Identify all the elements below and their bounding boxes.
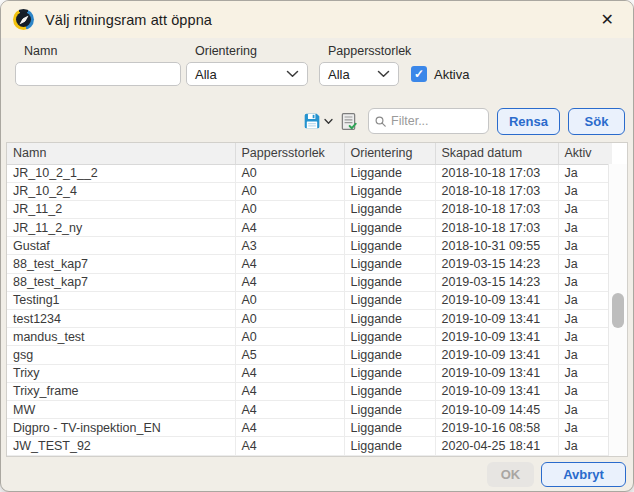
table-cell: Liggande bbox=[344, 364, 435, 382]
app-logo-icon bbox=[13, 9, 34, 30]
table-cell: 2018-10-18 17:03 bbox=[435, 164, 558, 182]
table-row[interactable]: JR_10_2_1__2A0Liggande2018-10-18 17:03Ja bbox=[7, 164, 612, 182]
column-header[interactable]: Skapad datum bbox=[435, 143, 558, 164]
filter-form: Namn Orientering Alla Pappersstorlek All… bbox=[1, 38, 633, 86]
table-cell: A4 bbox=[235, 419, 344, 437]
table-cell: 2018-10-18 17:03 bbox=[435, 200, 558, 218]
close-icon[interactable]: ✕ bbox=[596, 8, 619, 32]
column-header[interactable]: Orientering bbox=[344, 143, 435, 164]
clear-button[interactable]: Rensa bbox=[497, 108, 560, 135]
table-cell: Ja bbox=[558, 273, 612, 291]
table-cell: test1234 bbox=[7, 310, 235, 328]
column-header[interactable]: Namn bbox=[7, 143, 235, 164]
table-row[interactable]: Testing1A0Liggande2019-10-09 13:41Ja bbox=[7, 291, 612, 309]
table-cell: 2019-10-09 13:41 bbox=[435, 364, 558, 382]
table-cell: JR_11_2_ny bbox=[7, 219, 235, 237]
table-cell: Ja bbox=[558, 419, 612, 437]
filter-input-box bbox=[368, 108, 489, 134]
table-cell: 88_test_kap7 bbox=[7, 273, 235, 291]
table-cell: 2018-10-18 17:03 bbox=[435, 219, 558, 237]
toolbar: Rensa Sök bbox=[1, 107, 633, 135]
table-cell: A0 bbox=[235, 310, 344, 328]
cancel-button[interactable]: Avbryt bbox=[541, 462, 626, 487]
active-checkbox[interactable]: ✓ bbox=[411, 66, 427, 82]
table-cell: A5 bbox=[235, 346, 344, 364]
report-icon[interactable] bbox=[339, 112, 358, 131]
table-row[interactable]: MWA4Liggande2019-10-09 14:45Ja bbox=[7, 400, 612, 418]
table-row[interactable]: GustafA3Liggande2018-10-31 09:55Ja bbox=[7, 237, 612, 255]
orientation-label: Orientering bbox=[186, 44, 308, 62]
results-table: NamnPappersstorlekOrienteringSkapad datu… bbox=[6, 142, 628, 457]
table-row[interactable]: JR_10_2_4A0Liggande2018-10-18 17:03Ja bbox=[7, 182, 612, 200]
column-header[interactable]: Pappersstorlek bbox=[235, 143, 344, 164]
select-drawing-frame-dialog: Välj ritningsram att öppna ✕ Namn Orient… bbox=[0, 0, 634, 492]
table-cell: Liggande bbox=[344, 273, 435, 291]
table-cell: Ja bbox=[558, 237, 612, 255]
table-row[interactable]: 88_test_kap7A4Liggande2019-03-15 14:23Ja bbox=[7, 255, 612, 273]
table-cell: 2018-10-18 17:03 bbox=[435, 182, 558, 200]
table-cell: Liggande bbox=[344, 237, 435, 255]
table-cell: Ja bbox=[558, 437, 612, 455]
table-cell: Liggande bbox=[344, 200, 435, 218]
table-cell: Liggande bbox=[344, 382, 435, 400]
name-input[interactable] bbox=[15, 62, 181, 86]
table-cell: Ja bbox=[558, 200, 612, 218]
table-cell: A4 bbox=[235, 255, 344, 273]
search-button[interactable]: Sök bbox=[568, 108, 625, 135]
table-cell: JR_11_2 bbox=[7, 200, 235, 218]
table-cell: A0 bbox=[235, 182, 344, 200]
table-row[interactable]: JR_11_2_nyA4Liggande2018-10-18 17:03Ja bbox=[7, 219, 612, 237]
table-cell: A0 bbox=[235, 328, 344, 346]
table-row[interactable]: JR_11_2A0Liggande2018-10-18 17:03Ja bbox=[7, 200, 612, 218]
table-cell: mandus_test bbox=[7, 328, 235, 346]
chevron-down-icon bbox=[324, 118, 333, 125]
table-cell: A4 bbox=[235, 219, 344, 237]
table-cell: Trixy_frame bbox=[7, 382, 235, 400]
table-cell: 2019-10-09 13:41 bbox=[435, 291, 558, 309]
table-cell: 2019-10-16 08:58 bbox=[435, 419, 558, 437]
paper-size-label: Pappersstorlek bbox=[319, 44, 399, 62]
table-cell: Ja bbox=[558, 291, 612, 309]
table-row[interactable]: mandus_testA0Liggande2019-10-09 13:41Ja bbox=[7, 328, 612, 346]
name-label: Namn bbox=[15, 44, 181, 62]
titlebar: Välj ritningsram att öppna ✕ bbox=[1, 1, 633, 38]
footer: OK Avbryt bbox=[1, 457, 633, 492]
table-cell: 88_test_kap7 bbox=[7, 255, 235, 273]
table-cell: Ja bbox=[558, 328, 612, 346]
save-button[interactable] bbox=[303, 112, 333, 130]
table-cell: A4 bbox=[235, 273, 344, 291]
table-cell: A3 bbox=[235, 237, 344, 255]
table-cell: Gustaf bbox=[7, 237, 235, 255]
active-label: Aktiva bbox=[434, 67, 469, 82]
table-cell: Trixy bbox=[7, 364, 235, 382]
table-cell: JW_TEST_92 bbox=[7, 437, 235, 455]
table-cell: Liggande bbox=[344, 164, 435, 182]
table-cell: 2019-10-09 13:41 bbox=[435, 346, 558, 364]
table-row[interactable]: TrixyA4Liggande2019-10-09 13:41Ja bbox=[7, 364, 612, 382]
table-cell: 2020-04-25 18:41 bbox=[435, 437, 558, 455]
paper-size-select[interactable]: Alla bbox=[319, 62, 399, 86]
scrollbar-thumb[interactable] bbox=[612, 293, 624, 328]
table-row[interactable]: 88_test_kap7A4Liggande2019-03-15 14:23Ja bbox=[7, 273, 612, 291]
vertical-scrollbar[interactable] bbox=[608, 164, 627, 456]
table-cell: JR_10_2_4 bbox=[7, 182, 235, 200]
table-cell: Liggande bbox=[344, 346, 435, 364]
table-row[interactable]: gsgA5Liggande2019-10-09 13:41Ja bbox=[7, 346, 612, 364]
table-cell: Ja bbox=[558, 164, 612, 182]
column-header[interactable]: Aktiv bbox=[558, 143, 612, 164]
table-body: JR_10_2_1__2A0Liggande2018-10-18 17:03Ja… bbox=[7, 164, 612, 455]
ok-button[interactable]: OK bbox=[487, 462, 534, 487]
table-row[interactable]: JW_TEST_92A4Liggande2020-04-25 18:41Ja bbox=[7, 437, 612, 455]
filter-input[interactable] bbox=[391, 114, 482, 128]
table-cell: Liggande bbox=[344, 328, 435, 346]
table-row[interactable]: Trixy_frameA4Liggande2019-10-09 13:41Ja bbox=[7, 382, 612, 400]
table-cell: Liggande bbox=[344, 437, 435, 455]
table-cell: Liggande bbox=[344, 219, 435, 237]
table-cell: A4 bbox=[235, 382, 344, 400]
table-cell: gsg bbox=[7, 346, 235, 364]
table-cell: A0 bbox=[235, 200, 344, 218]
orientation-select[interactable]: Alla bbox=[186, 62, 308, 86]
table-cell: A4 bbox=[235, 400, 344, 418]
table-row[interactable]: Digpro - TV-inspektion_ENA4Liggande2019-… bbox=[7, 419, 612, 437]
table-row[interactable]: test1234A0Liggande2019-10-09 13:41Ja bbox=[7, 310, 612, 328]
